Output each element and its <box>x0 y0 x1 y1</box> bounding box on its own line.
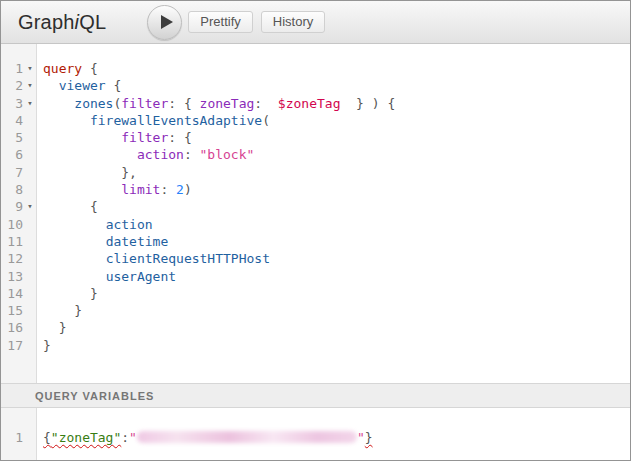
fold-arrow-icon[interactable]: ▾ <box>23 198 37 215</box>
variables-editor-lines: 1{"zoneTag":""} <box>1 429 630 446</box>
code-line[interactable]: 15 } <box>1 302 630 319</box>
toolbar: GraphiQL Prettify History <box>1 1 630 44</box>
code-line[interactable]: 14 } <box>1 285 630 302</box>
token-punct <box>43 78 59 93</box>
token-property: userAgent <box>106 269 176 284</box>
code-line[interactable]: 6 action: "block" <box>1 146 630 163</box>
fold-arrow-icon[interactable]: ▾ <box>23 60 37 77</box>
token-punct <box>43 147 137 162</box>
code-text: firewallEventsAdaptive( <box>37 112 270 129</box>
token-punct: } <box>43 320 66 335</box>
line-number: 11 <box>1 233 23 250</box>
code-line[interactable]: 7 }, <box>1 164 630 181</box>
prettify-button[interactable]: Prettify <box>188 11 252 33</box>
fold-gutter-spacer <box>23 302 37 319</box>
token-attribute: filter <box>121 96 168 111</box>
line-number: 17 <box>1 337 23 354</box>
code-line[interactable]: 16 } <box>1 319 630 336</box>
redacted-value <box>137 431 357 443</box>
token-string: " <box>129 430 137 445</box>
code-line[interactable]: 17} <box>1 337 630 354</box>
fold-gutter-spacer <box>23 268 37 285</box>
query-variables-title: Query Variables <box>35 390 154 402</box>
execute-query-button[interactable] <box>147 5 182 40</box>
token-punct: : <box>254 96 277 111</box>
token-punct: } <box>365 430 373 445</box>
query-variables-editor[interactable]: 1{"zoneTag":""} <box>1 408 630 460</box>
fold-gutter-spacer <box>23 319 37 336</box>
token-attribute: filter <box>121 130 168 145</box>
fold-gutter-spacer <box>23 164 37 181</box>
token-property: zones <box>74 96 113 111</box>
code-line[interactable]: 3▾ zones(filter: { zoneTag: $zoneTag } )… <box>1 95 630 112</box>
token-number: 2 <box>176 182 184 197</box>
fold-gutter-spacer <box>23 285 37 302</box>
token-punct: } <box>43 338 51 353</box>
token-punct: ) <box>184 182 192 197</box>
code-text: } <box>37 302 82 319</box>
token-string: " <box>357 430 365 445</box>
code-text: query { <box>37 60 98 77</box>
code-line[interactable]: 2▾ viewer { <box>1 77 630 94</box>
code-text: action <box>37 216 153 233</box>
code-line[interactable]: 1▾query { <box>1 60 630 77</box>
fold-arrow-icon[interactable]: ▾ <box>23 77 37 94</box>
code-line[interactable]: 11 datetime <box>1 233 630 250</box>
line-number: 6 <box>1 146 23 163</box>
line-number: 8 <box>1 181 23 198</box>
code-text: } <box>37 337 51 354</box>
code-line[interactable]: 10 action <box>1 216 630 233</box>
code-line[interactable]: 8 limit: 2) <box>1 181 630 198</box>
line-number: 16 <box>1 319 23 336</box>
code-text: } <box>37 285 98 302</box>
graphiql-logo: GraphiQL <box>18 11 106 34</box>
query-variables-header[interactable]: Query Variables <box>1 383 630 408</box>
token-punct: : { <box>168 96 199 111</box>
history-button[interactable]: History <box>261 11 325 33</box>
code-line[interactable]: 4 firewallEventsAdaptive( <box>1 112 630 129</box>
fold-gutter-spacer <box>23 250 37 267</box>
token-punct <box>43 182 121 197</box>
line-number: 15 <box>1 302 23 319</box>
query-editor-lines: 1▾query {2▾ viewer {3▾ zones(filter: { z… <box>1 60 630 354</box>
token-attribute: zoneTag <box>200 96 255 111</box>
token-punct: } <box>43 303 82 318</box>
code-line[interactable]: 5 filter: { <box>1 129 630 146</box>
fold-gutter-spacer <box>23 216 37 233</box>
code-text: } <box>37 319 66 336</box>
line-number: 1 <box>1 429 23 446</box>
line-number: 4 <box>1 112 23 129</box>
token-punct <box>43 113 90 128</box>
token-punct <box>43 130 121 145</box>
token-property: action <box>106 217 153 232</box>
token-punct <box>43 217 106 232</box>
token-punct: }, <box>43 165 137 180</box>
token-variable: $zoneTag <box>278 96 341 111</box>
code-text: filter: { <box>37 129 192 146</box>
code-text: { <box>37 198 98 215</box>
token-punct <box>43 269 106 284</box>
line-number: 13 <box>1 268 23 285</box>
code-line[interactable]: 1{"zoneTag":""} <box>1 429 630 446</box>
logo-text-prefix: Graph <box>18 11 75 33</box>
code-line[interactable]: 12 clientRequestHTTPHost <box>1 250 630 267</box>
token-punct: : <box>184 147 200 162</box>
line-number: 10 <box>1 216 23 233</box>
code-text: viewer { <box>37 77 121 94</box>
line-number: 9 <box>1 198 23 215</box>
fold-arrow-icon[interactable]: ▾ <box>23 95 37 112</box>
token-property: viewer <box>59 78 106 93</box>
code-line[interactable]: 13 userAgent <box>1 268 630 285</box>
code-text: userAgent <box>37 268 176 285</box>
graphiql-window: GraphiQL Prettify History 1▾query {2▾ vi… <box>0 0 631 461</box>
fold-gutter-spacer <box>23 146 37 163</box>
token-string: "block" <box>200 147 255 162</box>
line-number: 5 <box>1 129 23 146</box>
query-editor[interactable]: 1▾query {2▾ viewer {3▾ zones(filter: { z… <box>1 44 630 383</box>
code-text: clientRequestHTTPHost <box>37 250 270 267</box>
logo-text-suffix: QL <box>79 11 106 33</box>
line-number: 3 <box>1 95 23 112</box>
token-property: clientRequestHTTPHost <box>106 251 270 266</box>
play-icon <box>161 15 173 29</box>
code-line[interactable]: 9▾ { <box>1 198 630 215</box>
